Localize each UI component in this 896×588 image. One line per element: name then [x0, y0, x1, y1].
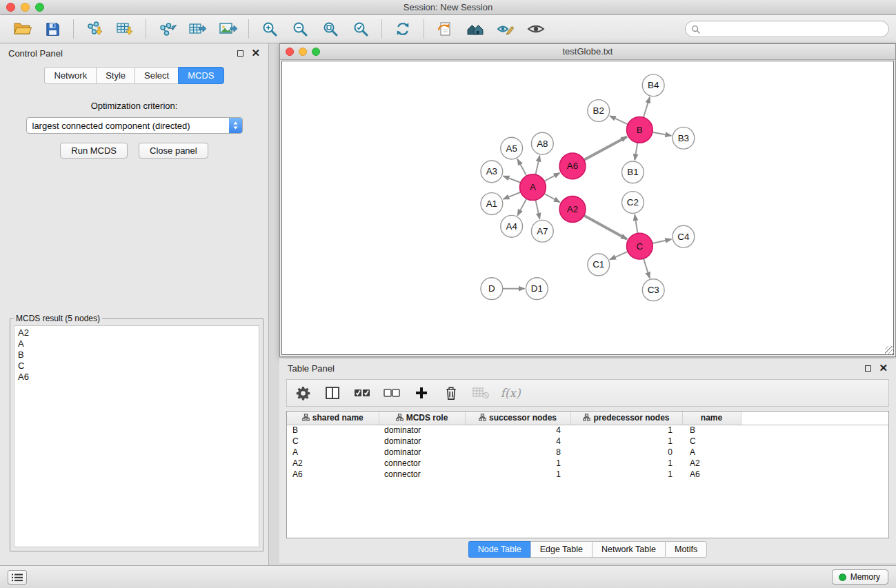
table-cell[interactable]: A — [287, 447, 379, 458]
tab-motifs[interactable]: Motifs — [665, 541, 707, 558]
save-session-button[interactable] — [37, 17, 68, 41]
zoom-network-window-button[interactable] — [312, 48, 320, 56]
graph-node-D1[interactable]: D1 — [526, 278, 548, 300]
network-canvas[interactable]: B4B2BB3A5A8A6B1A3AC2A1A2A4A7C4CC1C3DD1 — [281, 61, 894, 355]
table-cell[interactable]: 8 — [465, 447, 570, 458]
graph-node-A6[interactable]: A6 — [559, 153, 586, 179]
export-network-button[interactable] — [152, 17, 182, 41]
close-panel-icon[interactable]: ✕ — [251, 49, 260, 57]
graph-node-C2[interactable]: C2 — [622, 192, 644, 214]
graph-edge[interactable] — [535, 156, 539, 175]
table-cell[interactable]: C — [682, 436, 741, 447]
annotation-button[interactable] — [490, 17, 521, 41]
tab-select[interactable]: Select — [135, 67, 178, 84]
graph-edge[interactable] — [644, 97, 650, 117]
close-table-panel-icon[interactable]: ✕ — [879, 364, 888, 372]
table-row[interactable]: Cdominator41C — [287, 436, 888, 447]
page-arrow-button[interactable] — [430, 17, 460, 41]
import-table-button[interactable] — [110, 17, 140, 41]
close-window-button[interactable] — [6, 3, 15, 12]
graph-node-A4[interactable]: A4 — [501, 215, 523, 237]
home-button[interactable] — [460, 17, 490, 41]
graph-node-A1[interactable]: A1 — [481, 193, 503, 215]
graph-edge[interactable] — [517, 159, 526, 176]
table-cell[interactable]: 1 — [570, 425, 682, 436]
open-session-button[interactable] — [7, 17, 37, 41]
table-cell[interactable]: 1 — [465, 469, 570, 480]
graph-edge[interactable] — [544, 173, 560, 181]
tab-mcds[interactable]: MCDS — [178, 67, 223, 84]
graph-edge[interactable] — [584, 216, 628, 239]
zoom-out-button[interactable] — [285, 17, 315, 41]
mcds-result-item[interactable]: A2 — [17, 327, 257, 338]
table-cell[interactable]: A6 — [682, 469, 741, 480]
table-cell[interactable]: B — [682, 425, 741, 436]
table-cell[interactable]: 1 — [570, 436, 682, 447]
table-row[interactable]: Bdominator41B — [287, 425, 888, 436]
table-cell[interactable]: A2 — [682, 458, 741, 469]
graph-node-B1[interactable]: B1 — [622, 161, 644, 183]
table-row[interactable]: Adominator80A — [287, 447, 888, 458]
graph-node-A5[interactable]: A5 — [501, 137, 523, 159]
delete-table-button[interactable] — [472, 383, 490, 403]
optimization-criterion-select[interactable]: largest connected component (directed) — [26, 117, 243, 134]
graph-node-B[interactable]: B — [626, 116, 653, 143]
run-mcds-button[interactable]: Run MCDS — [60, 143, 128, 159]
table-cell[interactable]: A2 — [287, 458, 379, 469]
show-hide-button[interactable] — [521, 17, 551, 41]
table-cell[interactable]: connector — [379, 458, 465, 469]
graph-node-A7[interactable]: A7 — [531, 220, 553, 242]
float-panel-icon[interactable] — [237, 50, 243, 57]
graph-node-C3[interactable]: C3 — [642, 279, 664, 301]
deselect-all-button[interactable] — [383, 383, 401, 403]
tab-network[interactable]: Network — [44, 67, 96, 84]
minimize-window-button[interactable] — [21, 3, 30, 12]
graph-edge[interactable] — [635, 214, 637, 233]
graph-edge[interactable] — [504, 176, 521, 183]
table-cell[interactable]: 1 — [570, 458, 682, 469]
table-cell[interactable]: A6 — [287, 469, 379, 480]
add-column-button[interactable] — [412, 383, 430, 403]
mcds-result-item[interactable]: A — [17, 338, 257, 349]
graph-node-C4[interactable]: C4 — [673, 225, 695, 247]
mcds-result-item[interactable]: B — [17, 349, 257, 361]
graph-edge[interactable] — [503, 192, 520, 199]
graph-edge[interactable] — [610, 252, 628, 260]
close-network-window-button[interactable] — [286, 48, 294, 56]
graph-node-C1[interactable]: C1 — [588, 254, 610, 276]
table-cell[interactable]: C — [287, 436, 379, 447]
graph-edge[interactable] — [610, 116, 628, 124]
table-row[interactable]: A6connector11A6 — [287, 469, 888, 480]
table-cell[interactable]: A — [682, 447, 741, 458]
table-row[interactable]: A2connector11A2 — [287, 458, 888, 469]
table-cell[interactable]: 4 — [465, 436, 570, 447]
float-table-panel-icon[interactable] — [865, 365, 871, 372]
graph-node-A[interactable]: A — [520, 174, 546, 201]
select-all-button[interactable] — [353, 383, 371, 403]
graph-node-B4[interactable]: B4 — [642, 74, 664, 97]
graph-edge[interactable] — [644, 258, 650, 278]
graph-node-B2[interactable]: B2 — [588, 100, 610, 122]
table-cell[interactable]: dominator — [379, 447, 465, 458]
import-network-button[interactable] — [79, 17, 110, 41]
column-header-name[interactable]: name — [682, 412, 741, 425]
table-cell[interactable]: connector — [379, 469, 465, 480]
column-header-mcds-role[interactable]: MCDS role — [379, 412, 465, 425]
graph-node-A8[interactable]: A8 — [531, 132, 553, 154]
table-settings-button[interactable] — [294, 383, 312, 403]
table-cell[interactable]: 0 — [570, 447, 682, 458]
graph-edge[interactable] — [535, 200, 539, 219]
table-cell[interactable]: 1 — [570, 469, 682, 480]
column-header-predecessor-nodes[interactable]: predecessor nodes — [570, 412, 682, 425]
function-builder-button[interactable]: f(x) — [501, 383, 519, 403]
column-header-successor-nodes[interactable]: successor nodes — [465, 412, 570, 425]
show-columns-button[interactable] — [323, 383, 341, 403]
graph-node-C[interactable]: C — [626, 233, 653, 259]
task-history-button[interactable] — [8, 570, 27, 585]
zoom-selected-button[interactable] — [346, 17, 376, 41]
graph-node-B3[interactable]: B3 — [673, 127, 695, 149]
graph-edge[interactable] — [544, 194, 560, 203]
graph-edge[interactable] — [653, 132, 671, 136]
graph-edge[interactable] — [653, 239, 672, 243]
table-cell[interactable]: dominator — [379, 425, 465, 436]
